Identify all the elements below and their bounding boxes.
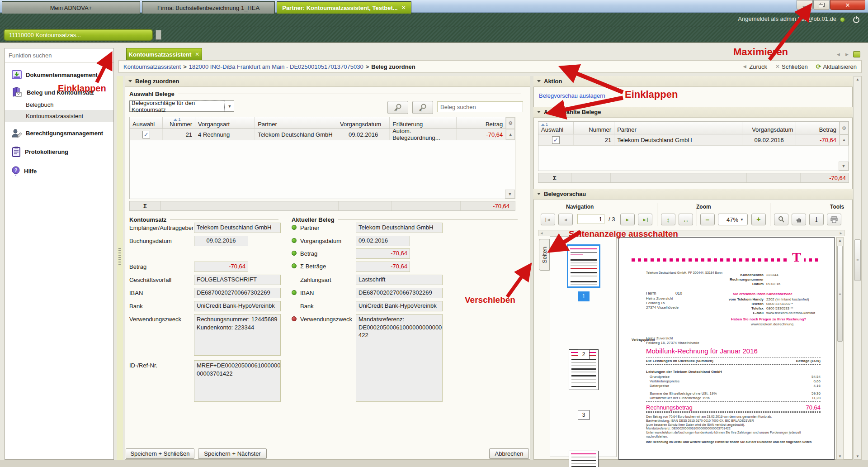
- iban-field[interactable]: DE68700202700667302269: [194, 288, 281, 298]
- fit-width-button[interactable]: ↔: [679, 214, 693, 225]
- tabstrip-prev-icon[interactable]: ◄: [836, 52, 841, 57]
- zoom-out-button[interactable]: −: [700, 214, 715, 225]
- scroll-down-icon[interactable]: ▼: [837, 454, 843, 458]
- sidebar-item-kontoumsatzassistent[interactable]: Kontoumsatzassistent: [5, 110, 113, 122]
- zahlungsart-field[interactable]: Lastschrift: [356, 275, 443, 285]
- betrag-field[interactable]: -70,64: [194, 262, 248, 272]
- page-thumbnail-3[interactable]: [569, 451, 599, 467]
- filter-dropdown[interactable]: Belegvorschläge für den Kontoumsatz ▼: [129, 100, 234, 112]
- page-badge-1[interactable]: 1: [578, 291, 590, 301]
- back-button[interactable]: Zurück: [749, 63, 767, 70]
- splitter-grip[interactable]: [118, 248, 121, 266]
- sidebar-collapse-icon[interactable]: [108, 53, 111, 57]
- col-betrag[interactable]: Betrag: [796, 122, 840, 134]
- close-button[interactable]: ✕: [830, 0, 865, 10]
- beleg-betrag-field[interactable]: -70,64: [356, 248, 410, 259]
- row-checkbox[interactable]: ✓: [552, 136, 560, 144]
- col-auswahl[interactable]: Auswahl: [130, 117, 163, 129]
- zoom-level-dropdown[interactable]: 47% ▼: [718, 214, 748, 225]
- scroll-down-button[interactable]: ▼: [839, 162, 849, 171]
- col-nummer[interactable]: Nummer: [574, 122, 614, 134]
- beleg-iban-field[interactable]: DE68700202700667302269: [356, 288, 443, 298]
- save-next-button[interactable]: Speichern + Nächster: [198, 448, 267, 459]
- restore-button[interactable]: [813, 0, 830, 10]
- partner-field[interactable]: Telekom Deutschland GmbH: [356, 223, 443, 233]
- beleg-verwendungszweck-field[interactable]: Mandatsreferenz: DE000205000610000000000…: [356, 314, 443, 402]
- workspace-tab[interactable]: Kontoumsatzassistent ✕: [126, 48, 202, 60]
- scroll-down-icon[interactable]: ▼: [854, 454, 861, 458]
- scroll-up-icon[interactable]: ▲: [854, 77, 861, 81]
- tabstrip-next-icon[interactable]: ►: [844, 52, 849, 57]
- print-button[interactable]: [827, 214, 841, 225]
- scroll-up-icon[interactable]: ▲: [837, 238, 843, 243]
- scroll-left-icon[interactable]: ◄: [540, 231, 543, 235]
- refresh-button[interactable]: Aktualisieren: [823, 63, 857, 70]
- col-partner[interactable]: Partner: [255, 117, 337, 129]
- breadcrumb-item[interactable]: 182000 ING-DiBa Frankfurt am Main - DE02…: [189, 63, 363, 70]
- tab-partner[interactable]: Partner: Kontoumsatzassistent, Testbet..…: [277, 1, 411, 14]
- col-vorgangsart[interactable]: Vorgangsart: [195, 117, 255, 129]
- page-badge-3[interactable]: 3: [578, 410, 590, 420]
- geschaeftsvorfall-field[interactable]: FOLGELASTSCHRIFT: [194, 275, 281, 285]
- sidebar-item-hilfe[interactable]: ? Hilfe: [5, 165, 113, 177]
- pan-tool-button[interactable]: [792, 214, 806, 225]
- scroll-thumb[interactable]: ≡: [837, 246, 843, 342]
- zoom-tool-button[interactable]: [774, 214, 788, 225]
- function-search-input[interactable]: [8, 52, 108, 59]
- col-partner[interactable]: Partner: [614, 122, 742, 134]
- preview-v-scrollbar[interactable]: ▲ ≡ ▼: [836, 237, 844, 460]
- scroll-up-button[interactable]: ▲: [506, 129, 515, 140]
- table-row[interactable]: ✓ 21 Telekom Deutschland GmbH 09.02.2016…: [538, 134, 849, 146]
- scroll-down-button[interactable]: ▼: [505, 190, 515, 199]
- summe-betraege-field[interactable]: -70,64: [356, 262, 410, 272]
- next-page-button[interactable]: ►: [620, 214, 635, 225]
- minimize-button[interactable]: —: [797, 0, 813, 10]
- panel-splitter-right[interactable]: [530, 76, 533, 460]
- scroll-right-icon[interactable]: ►: [839, 231, 843, 235]
- detach-document-button[interactable]: x: [412, 101, 433, 114]
- fit-height-button[interactable]: ↕: [661, 214, 675, 225]
- sidebar-item-dokumentenmanagement[interactable]: Dokumentenmanagement: [5, 69, 113, 81]
- belegvorschau-header[interactable]: Belegvorschau: [533, 189, 853, 200]
- beleg-zuordnen-header[interactable]: Beleg zuordnen: [125, 76, 530, 87]
- vorgangsdatum-field[interactable]: 09.02.2016: [356, 236, 410, 246]
- belegvorschau-auslagern-link[interactable]: Belegvorschau auslagern: [539, 92, 605, 99]
- empfaenger-field[interactable]: Telekom Deutschland GmbH: [194, 223, 281, 233]
- scroll-up-button[interactable]: ▲: [840, 134, 849, 145]
- table-settings-button[interactable]: ⚙: [506, 117, 515, 129]
- logout-power-icon[interactable]: [852, 15, 861, 24]
- col-vorgangsdatum[interactable]: Vorgangsdatum: [337, 117, 390, 129]
- tab-mein-adnova[interactable]: Mein ADNOVA+: [2, 1, 140, 14]
- cancel-button[interactable]: Abbrechen: [489, 448, 529, 459]
- beleg-search-input[interactable]: [437, 101, 523, 112]
- verwendungszweck-field[interactable]: Rechnungsnummer: 12445689 Kundenkonto: 2…: [194, 314, 281, 356]
- close-view-button[interactable]: Schließen: [782, 63, 808, 70]
- beleg-bank-field[interactable]: UniCredit Bank-HypoVereinbk: [356, 301, 443, 311]
- col-vorgangsdatum[interactable]: Vorgangsdatum: [742, 122, 796, 134]
- panel-splitter-left[interactable]: [117, 76, 123, 460]
- bank-field[interactable]: UniCredit Bank-HypoVereinbk: [194, 301, 281, 311]
- tabstrip-list-icon[interactable]: [853, 51, 860, 57]
- sidebar-item-belegbuch[interactable]: Belegbuch: [5, 100, 113, 109]
- table-settings-button[interactable]: ⚙: [840, 122, 849, 134]
- col-nummer[interactable]: 1 Nummer: [163, 117, 195, 129]
- id-ref-field[interactable]: MREF+DE000205000610000000 00003701422: [194, 360, 281, 402]
- sidebar-item-protokollierung[interactable]: Protokollierung: [5, 145, 113, 158]
- table-row[interactable]: ✓ 21 4 Rechnung Telekom Deutschland GmbH…: [130, 129, 515, 140]
- aktion-header[interactable]: Aktion: [533, 76, 853, 87]
- last-page-button[interactable]: ►|: [638, 214, 652, 225]
- col-betrag[interactable]: Betrag: [457, 117, 506, 129]
- save-close-button[interactable]: Speichern + Schließen: [126, 448, 194, 459]
- page-number-input[interactable]: [577, 214, 604, 224]
- first-page-button[interactable]: |◄: [541, 214, 555, 225]
- page-badge-2[interactable]: 2: [578, 349, 590, 359]
- tab-firma[interactable]: Firma: Buchstellenbezeichnung 1_HEA: [142, 1, 275, 14]
- favorite-account-button[interactable]: 11110000 Kontoumsatzas...: [4, 29, 153, 41]
- prev-page-button[interactable]: ◄: [558, 214, 573, 225]
- sidebar-item-berechtigungsmanagement[interactable]: Berechtigungsmanagement: [5, 127, 113, 139]
- favorites-splitter[interactable]: [156, 30, 161, 40]
- buchungsdatum-field[interactable]: 09.02.2016: [194, 236, 248, 246]
- attach-document-button[interactable]: +: [387, 101, 408, 114]
- breadcrumb-item[interactable]: Kontoumsatzassistent: [123, 63, 181, 70]
- col-auswahl[interactable]: 1 Auswahl: [538, 122, 574, 134]
